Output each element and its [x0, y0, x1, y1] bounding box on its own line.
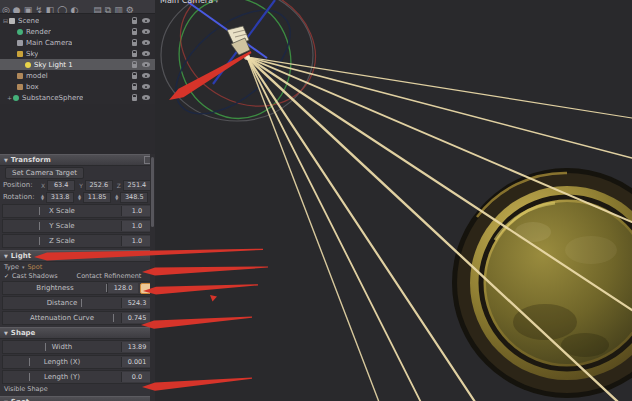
sphere-icon: [13, 95, 19, 101]
spinner-icon[interactable]: ▲▼: [41, 194, 44, 200]
visibility-eye-icon[interactable]: [142, 73, 150, 78]
tree-item-sky[interactable]: Sky: [0, 48, 155, 59]
rotation-x-field[interactable]: 313.8: [46, 192, 74, 203]
scrollbar-thumb[interactable]: [151, 157, 154, 227]
slider-handle[interactable]: [39, 237, 40, 245]
collapse-caret-icon: ▼: [4, 328, 8, 338]
width-row: Width 13.89: [2, 340, 153, 354]
scene-tree: ⊟ Scene Render Main Camera Sky: [0, 14, 155, 104]
cast-shadows-label[interactable]: Cast Shadows: [12, 272, 58, 280]
expander-icon[interactable]: +: [6, 94, 13, 101]
tree-item-box[interactable]: box: [0, 81, 155, 92]
lock-icon[interactable]: [132, 20, 137, 24]
visibility-eye-icon[interactable]: [142, 62, 150, 67]
spinner-icon[interactable]: ▲▼: [115, 194, 118, 200]
visibility-eye-icon[interactable]: [142, 51, 150, 56]
spot-section-header[interactable]: ▼ Spot: [0, 396, 155, 401]
attenuation-curve-field[interactable]: 0.745: [121, 313, 152, 323]
length-y-field[interactable]: 0.0: [121, 372, 152, 382]
gold-sphere-object[interactable]: [452, 168, 632, 398]
delete-icon[interactable]: ▥: [114, 6, 123, 14]
tree-item-scene[interactable]: ⊟ Scene: [0, 15, 155, 26]
material-sphere-icon[interactable]: ◐: [70, 6, 78, 14]
contact-refinement-label[interactable]: Contact Refinement: [77, 272, 142, 280]
scene-icon: [9, 18, 15, 24]
camera-target-row: Set Camera Target: [0, 166, 155, 179]
transform-section-header[interactable]: ▼ Transform: [0, 154, 155, 166]
3d-viewport[interactable]: Main Camera ▾: [155, 0, 632, 401]
axis-label: X: [41, 182, 45, 189]
tree-item-substancesphere[interactable]: + SubstanceSphere: [0, 92, 155, 103]
visibility-eye-icon[interactable]: [142, 84, 150, 89]
add-light-icon[interactable]: ●: [13, 6, 21, 14]
brightness-row: Brightness 128.0: [2, 281, 153, 295]
y-scale-field[interactable]: 1.0: [121, 221, 152, 231]
slider-handle[interactable]: [106, 284, 107, 292]
light-type-dropdown[interactable]: Spot: [27, 263, 42, 271]
folder-icon[interactable]: ▤: [93, 6, 102, 14]
viewport-camera-selector[interactable]: Main Camera ▾: [160, 0, 218, 5]
type-label: Type: [4, 263, 19, 271]
section-title: Shape: [11, 328, 36, 338]
duplicate-icon[interactable]: ⧉: [105, 6, 111, 14]
brightness-field[interactable]: 128.0: [107, 283, 138, 293]
checkbox-checked-icon[interactable]: ✓: [4, 272, 9, 279]
slider-handle[interactable]: [45, 343, 46, 351]
position-z-field[interactable]: 251.4: [123, 180, 151, 191]
position-x-field[interactable]: 63.4: [47, 180, 75, 191]
visibility-eye-icon[interactable]: [142, 18, 150, 23]
add-cube-icon[interactable]: ◧: [46, 6, 55, 14]
visibility-eye-icon[interactable]: [142, 95, 150, 100]
lock-icon[interactable]: [132, 31, 137, 35]
properties-scrollbar[interactable]: [150, 154, 155, 401]
lock-icon[interactable]: [132, 86, 137, 90]
spinner-icon[interactable]: ▲▼: [78, 194, 81, 200]
light-section-header[interactable]: ▼ Light: [0, 250, 155, 262]
collapse-caret-icon: ▼: [4, 155, 8, 165]
settings-gear-icon[interactable]: ⚙: [126, 6, 134, 14]
expander-icon[interactable]: ⊟: [2, 17, 9, 24]
add-camera-icon[interactable]: ▣: [24, 6, 33, 14]
lock-icon[interactable]: [132, 53, 137, 57]
spotlight-object[interactable]: [227, 26, 250, 60]
tree-item-model[interactable]: model: [0, 70, 155, 81]
slider-handle[interactable]: [39, 207, 40, 215]
lock-icon[interactable]: [132, 97, 137, 101]
length-x-field[interactable]: 0.001: [121, 357, 152, 367]
slider-handle[interactable]: [29, 373, 30, 381]
lock-icon[interactable]: [132, 75, 137, 79]
tree-item-sky-light-1[interactable]: Sky Light 1: [0, 59, 155, 70]
mesh-icon: [17, 84, 23, 90]
add-sphere-icon[interactable]: ◯: [57, 6, 67, 14]
light-bulb-icon: [25, 62, 31, 68]
slider-handle[interactable]: [39, 222, 40, 230]
tree-item-label: Scene: [18, 17, 39, 25]
width-field[interactable]: 13.89: [121, 342, 152, 352]
x-scale-field[interactable]: 1.0: [121, 206, 152, 216]
lock-icon[interactable]: [132, 64, 137, 68]
z-scale-field[interactable]: 1.0: [121, 236, 152, 246]
tree-item-render[interactable]: Render: [0, 26, 155, 37]
curve-icon[interactable]: ↯: [35, 6, 43, 14]
rotation-y-field[interactable]: 11.85: [83, 192, 111, 203]
environment-icon[interactable]: ◎: [2, 6, 10, 14]
slider-handle[interactable]: [81, 299, 82, 307]
slider-handle[interactable]: [29, 358, 30, 366]
visibility-eye-icon[interactable]: [142, 40, 150, 45]
slider-handle[interactable]: [113, 314, 114, 322]
chevron-down-icon: ▾: [22, 264, 25, 270]
distance-field[interactable]: 524.3: [121, 298, 152, 308]
attenuation-curve-row: Attenuation Curve 0.745: [2, 311, 153, 325]
set-camera-target-button[interactable]: Set Camera Target: [5, 167, 84, 179]
length-y-label: Length (Y): [3, 373, 121, 381]
visible-shape-label[interactable]: Visible Shape: [4, 385, 48, 393]
tree-empty-area: [0, 104, 155, 154]
section-title: Light: [11, 251, 31, 261]
tree-item-main-camera[interactable]: Main Camera: [0, 37, 155, 48]
rotation-z-field[interactable]: 348.5: [120, 192, 148, 203]
lock-icon[interactable]: [132, 42, 137, 46]
shape-section-header[interactable]: ▼ Shape: [0, 327, 155, 339]
visibility-eye-icon[interactable]: [142, 29, 150, 34]
position-y-field[interactable]: 252.6: [85, 180, 113, 191]
tree-item-label: model: [26, 72, 48, 80]
